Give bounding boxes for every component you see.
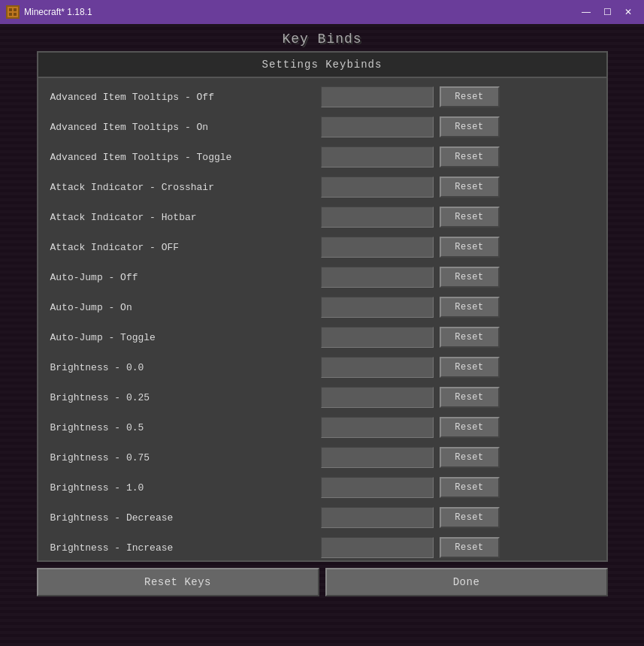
reset-keys-button[interactable]: Reset Keys — [37, 568, 319, 596]
keybind-label: Brightness - Decrease — [44, 512, 315, 524]
keybind-label: Auto-Jump - On — [44, 302, 315, 313]
keybind-input[interactable] — [321, 116, 434, 137]
page-title: Key Binds — [282, 32, 361, 47]
keybind-input[interactable] — [321, 297, 434, 318]
keybind-input[interactable] — [321, 237, 434, 258]
keybind-label: Brightness - 0.5 — [44, 422, 315, 433]
keybind-label: Brightness - 0.0 — [44, 362, 315, 373]
keybind-label: Brightness - Increase — [44, 542, 315, 554]
table-row: Brightness - IncreaseReset — [44, 533, 600, 560]
keybind-reset-button[interactable]: Reset — [440, 327, 500, 348]
keybind-input[interactable] — [321, 86, 434, 107]
keybind-label: Brightness - 1.0 — [44, 482, 315, 494]
keybind-reset-button[interactable]: Reset — [440, 297, 500, 318]
table-row: Brightness - 0.0Reset — [44, 353, 600, 382]
keybind-label: Advanced Item Tooltips - Toggle — [44, 152, 315, 163]
title-bar-controls: — ☐ ✕ — [576, 5, 638, 20]
keybind-reset-button[interactable]: Reset — [440, 267, 500, 288]
table-row: Brightness - 0.5Reset — [44, 413, 600, 442]
table-row: Attack Indicator - CrosshairReset — [44, 173, 600, 201]
keybind-input[interactable] — [321, 207, 434, 228]
keybind-reset-button[interactable]: Reset — [440, 86, 500, 107]
keybind-input[interactable] — [321, 177, 434, 198]
minimize-button[interactable]: — — [576, 5, 596, 20]
keybind-input[interactable] — [321, 537, 434, 558]
keybind-reset-button[interactable]: Reset — [440, 537, 500, 558]
main-content: Key Binds Settings Keybinds Advanced Ite… — [0, 24, 644, 646]
keybind-label: Brightness - 0.75 — [44, 452, 315, 463]
keybind-input[interactable] — [321, 357, 434, 378]
keybind-label: Attack Indicator - Crosshair — [44, 182, 315, 193]
app-icon — [6, 5, 20, 19]
table-row: Advanced Item Tooltips - OffReset — [44, 83, 600, 111]
app-title: Minecraft* 1.18.1 — [24, 7, 92, 17]
table-row: Brightness - 1.0Reset — [44, 473, 600, 502]
keybind-reset-button[interactable]: Reset — [440, 447, 500, 468]
keybind-input[interactable] — [321, 447, 434, 468]
svg-rect-2 — [14, 8, 17, 11]
table-row: Auto-Jump - ToggleReset — [44, 323, 600, 352]
svg-rect-3 — [9, 13, 12, 16]
keybind-input[interactable] — [321, 387, 434, 408]
keybind-reset-button[interactable]: Reset — [440, 146, 500, 168]
title-bar: Minecraft* 1.18.1 — ☐ ✕ — [0, 0, 644, 24]
keybind-scroll-area[interactable]: Advanced Item Tooltips - OffResetAdvance… — [38, 78, 606, 560]
keybind-label: Brightness - 0.25 — [44, 392, 315, 403]
table-row: Brightness - 0.25Reset — [44, 383, 600, 412]
keybind-reset-button[interactable]: Reset — [440, 177, 500, 198]
keybind-reset-button[interactable]: Reset — [440, 207, 500, 228]
keybind-reset-button[interactable]: Reset — [440, 357, 500, 378]
keybind-reset-button[interactable]: Reset — [440, 237, 500, 258]
keybind-label: Advanced Item Tooltips - Off — [44, 92, 315, 103]
table-row: Brightness - DecreaseReset — [44, 503, 600, 532]
keybind-input[interactable] — [321, 507, 434, 528]
panel-header: Settings Keybinds — [38, 53, 606, 78]
keybind-input[interactable] — [321, 146, 434, 168]
keybind-reset-button[interactable]: Reset — [440, 507, 500, 528]
keybind-reset-button[interactable]: Reset — [440, 116, 500, 137]
table-row: Advanced Item Tooltips - OnReset — [44, 113, 600, 141]
keybind-reset-button[interactable]: Reset — [440, 417, 500, 438]
keybind-input[interactable] — [321, 327, 434, 348]
bottom-buttons: Reset Keys Done — [37, 568, 608, 596]
keybind-label: Auto-Jump - Toggle — [44, 332, 315, 343]
svg-rect-1 — [9, 8, 12, 11]
keybind-label: Auto-Jump - Off — [44, 272, 315, 283]
keybind-label: Advanced Item Tooltips - On — [44, 122, 315, 133]
keybinds-panel: Settings Keybinds Advanced Item Tooltips… — [37, 51, 608, 562]
table-row: Advanced Item Tooltips - ToggleReset — [44, 143, 600, 171]
keybind-label: Attack Indicator - OFF — [44, 242, 315, 253]
maximize-button[interactable]: ☐ — [597, 5, 617, 20]
keybind-reset-button[interactable]: Reset — [440, 477, 500, 498]
keybind-label: Attack Indicator - Hotbar — [44, 212, 315, 223]
done-button[interactable]: Done — [325, 568, 608, 596]
table-row: Attack Indicator - OFFReset — [44, 233, 600, 261]
table-row: Attack Indicator - HotbarReset — [44, 203, 600, 231]
table-row: Auto-Jump - OnReset — [44, 293, 600, 321]
keybind-reset-button[interactable]: Reset — [440, 387, 500, 408]
close-button[interactable]: ✕ — [618, 5, 638, 20]
table-row: Auto-Jump - OffReset — [44, 263, 600, 291]
title-bar-left: Minecraft* 1.18.1 — [6, 5, 92, 19]
table-row: Brightness - 0.75Reset — [44, 443, 600, 472]
keybind-input[interactable] — [321, 477, 434, 498]
svg-rect-4 — [14, 13, 17, 16]
keybind-input[interactable] — [321, 417, 434, 438]
keybind-input[interactable] — [321, 267, 434, 288]
